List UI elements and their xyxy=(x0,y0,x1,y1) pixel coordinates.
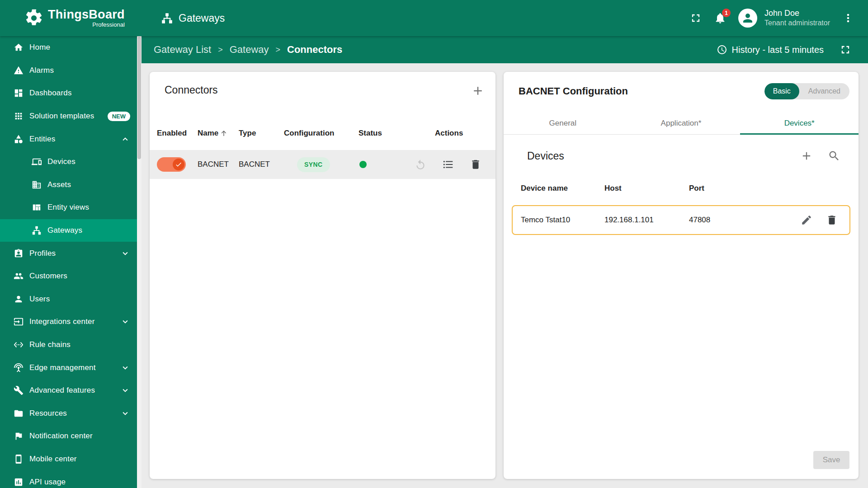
sidebar-item-assets[interactable]: Assets xyxy=(0,174,137,197)
sidebar-label: Edge management xyxy=(29,363,96,372)
toggle-knob xyxy=(173,159,184,170)
sidebar-item-edge-management[interactable]: Edge management xyxy=(0,356,137,379)
more-menu-button[interactable] xyxy=(842,12,854,24)
sidebar-item-users[interactable]: Users xyxy=(0,288,137,311)
config-tabs: General Application* Devices* xyxy=(504,113,859,135)
sidebar-label: Resources xyxy=(29,409,67,418)
user-avatar[interactable] xyxy=(738,9,757,28)
sidebar-item-dashboards[interactable]: Dashboards xyxy=(0,82,137,105)
sidebar-item-advanced-features[interactable]: Advanced features xyxy=(0,379,137,402)
expand-button[interactable] xyxy=(839,43,852,56)
sidebar-item-integrations-center[interactable]: Integrations center xyxy=(0,310,137,333)
page-title-label: Gateways xyxy=(179,12,225,24)
edit-device-icon[interactable] xyxy=(801,214,812,226)
sidebar-item-alarms[interactable]: Alarms xyxy=(0,59,137,82)
sidebar-item-resources[interactable]: Resources xyxy=(0,402,137,425)
sidebar-item-home[interactable]: Home xyxy=(0,36,137,59)
fullscreen-button[interactable] xyxy=(689,12,702,24)
chevron-up-icon xyxy=(120,134,130,144)
column-port: Port xyxy=(689,184,743,193)
delete-connector-icon[interactable] xyxy=(470,159,481,170)
home-icon xyxy=(14,42,24,52)
advanced-mode-button[interactable]: Advanced xyxy=(799,83,849,99)
connectors-card-header: Connectors xyxy=(150,72,495,115)
column-actions: Actions xyxy=(415,129,488,138)
history-button[interactable]: History - last 5 minutes xyxy=(717,44,824,55)
scrollbar-thumb[interactable] xyxy=(137,37,141,159)
devices-section-header: Devices xyxy=(504,145,859,167)
device-port-cell: 47808 xyxy=(689,216,743,225)
sidebar-label: Users xyxy=(29,295,50,304)
devices-title: Devices xyxy=(527,150,564,162)
user-name: John Doe xyxy=(764,8,830,19)
tab-devices[interactable]: Devices* xyxy=(740,113,859,134)
enabled-cell xyxy=(157,157,198,172)
brand-text: ThingsBoard Professional xyxy=(48,8,125,28)
sidebar-label: Gateways xyxy=(47,226,82,235)
connector-enabled-toggle[interactable] xyxy=(157,157,186,172)
sidebar-label: Home xyxy=(29,43,50,52)
plus-icon xyxy=(800,150,813,162)
connector-config-cell: SYNC xyxy=(284,157,359,172)
sidebar-item-gateways[interactable]: Gateways xyxy=(0,219,137,242)
connectors-card: Connectors Enabled Name Type Configurati… xyxy=(150,72,495,479)
config-title: BACNET Configuration xyxy=(519,85,628,97)
antenna-icon xyxy=(14,363,24,373)
sidebar-item-entity-views[interactable]: Entity views xyxy=(0,196,137,219)
basic-advanced-toggle: Basic Advanced xyxy=(764,83,849,99)
search-device-button[interactable] xyxy=(828,150,840,162)
fullscreen-icon xyxy=(839,43,852,56)
breadcrumb-gateway-list[interactable]: Gateway List xyxy=(154,44,211,56)
sidebar-label: Notification center xyxy=(29,432,93,441)
sidebar-label: Advanced features xyxy=(29,386,95,395)
warning-icon xyxy=(14,66,24,75)
column-name-sort[interactable]: Name xyxy=(198,129,239,138)
wrench-icon xyxy=(14,385,24,395)
status-dot xyxy=(359,161,367,168)
dashboards-icon xyxy=(14,88,24,98)
tab-application[interactable]: Application* xyxy=(622,113,741,134)
sidebar-label: Customers xyxy=(29,272,67,281)
notifications-button[interactable]: 1 xyxy=(714,12,726,24)
sidebar-item-devices[interactable]: Devices xyxy=(0,150,137,174)
delete-device-icon[interactable] xyxy=(826,214,838,226)
column-name-label: Name xyxy=(198,129,218,138)
sidebar-label: Dashboards xyxy=(29,89,72,98)
sidebar-item-customers[interactable]: Customers xyxy=(0,265,137,288)
brand-logo[interactable]: ThingsBoard Professional xyxy=(24,8,125,28)
device-row[interactable]: Temco Tstat10 192.168.1.101 47808 xyxy=(512,205,850,235)
building-icon xyxy=(32,180,42,190)
add-connector-button[interactable] xyxy=(471,84,485,98)
column-enabled: Enabled xyxy=(157,129,198,138)
sidebar-label: Devices xyxy=(47,157,75,166)
lan-icon xyxy=(32,225,42,235)
breadcrumb-gateway[interactable]: Gateway xyxy=(230,44,269,56)
device-host-cell: 192.168.1.101 xyxy=(604,216,689,225)
user-menu[interactable]: John Doe Tenant administrator xyxy=(764,8,830,28)
column-device-name: Device name xyxy=(521,184,604,193)
sidebar-label: Solution templates xyxy=(29,112,94,121)
sidebar-label: Assets xyxy=(47,180,71,189)
sidebar-item-entities[interactable]: Entities xyxy=(0,127,137,150)
add-device-button[interactable] xyxy=(800,150,813,162)
chevron-down-icon xyxy=(120,408,130,418)
sidebar-label: Alarms xyxy=(29,66,54,75)
sidebar-scrollbar[interactable] xyxy=(137,36,142,488)
basic-mode-button[interactable]: Basic xyxy=(764,83,799,99)
save-button[interactable]: Save xyxy=(813,451,849,469)
logs-list-icon[interactable] xyxy=(442,159,454,170)
sidebar-item-rule-chains[interactable]: Rule chains xyxy=(0,333,137,357)
sidebar-item-notification-center[interactable]: Notification center xyxy=(0,425,137,448)
column-type: Type xyxy=(239,129,284,138)
tab-general[interactable]: General xyxy=(504,113,622,134)
connector-row[interactable]: BACNET BACNET SYNC xyxy=(150,150,495,179)
config-card-header: BACNET Configuration Basic Advanced xyxy=(504,72,859,113)
sidebar-label: Entity views xyxy=(47,203,89,212)
connector-actions-cell xyxy=(415,159,488,170)
sidebar: Home Alarms Dashboards Solution template… xyxy=(0,36,137,488)
sidebar-item-api-usage[interactable]: API usage xyxy=(0,470,137,488)
sidebar-item-solution-templates[interactable]: Solution templates NEW xyxy=(0,105,137,128)
sidebar-item-profiles[interactable]: Profiles xyxy=(0,242,137,265)
chevron-down-icon xyxy=(120,249,130,258)
sidebar-item-mobile-center[interactable]: Mobile center xyxy=(0,448,137,471)
